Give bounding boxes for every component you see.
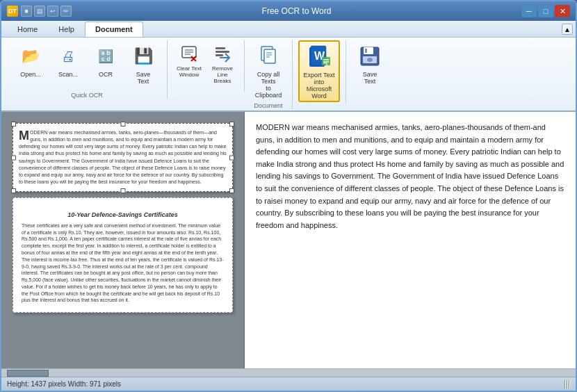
tb-btn-3[interactable]: ↩ [47, 6, 58, 17]
open-button[interactable]: 📂 Open... [13, 40, 49, 90]
tb-btn-4[interactable]: ✏ [60, 6, 72, 17]
open-icon: 📂 [18, 44, 43, 69]
svg-rect-7 [216, 51, 229, 53]
status-text: Height: 1437 pixels Width: 971 pixels [7, 380, 121, 388]
handle-tr [229, 122, 234, 126]
app-title: Free OCR to Word [72, 6, 521, 16]
export-word-button[interactable]: W Export Text intoMicrosoft Word [298, 40, 340, 102]
svg-rect-11 [264, 49, 275, 63]
document-buttons: Copy all Textsto Clipboard [250, 40, 286, 101]
status-bar: Height: 1437 pixels Width: 971 pixels [1, 377, 576, 391]
grip-line-2 [567, 380, 568, 389]
save2-buttons: SaveText [352, 40, 388, 90]
doc-page-2: 10-Year Defence-Savings Certificates The… [13, 197, 233, 313]
grip-line-3 [569, 380, 570, 389]
handle-tl [11, 122, 16, 126]
svg-rect-6 [216, 47, 225, 49]
ribbon: 📂 Open... 🖨 Scan... 🔡 OCR 💾 SaveText Qui… [1, 38, 576, 112]
ribbon-group-document: Copy all Textsto Clipboard Document [245, 40, 293, 109]
edit-buttons: Clear TextWindow RemoveLine Breaks [173, 40, 238, 90]
handle-tm [120, 122, 125, 126]
window-controls: ─ □ ✕ [521, 5, 570, 17]
grip-line-1 [564, 380, 566, 389]
tab-help[interactable]: Help [48, 22, 85, 37]
handle-ml [11, 155, 16, 160]
horizontal-scrollbar[interactable] [1, 368, 576, 377]
app-icon: DT [7, 6, 18, 17]
remove-breaks-label: RemoveLine Breaks [209, 65, 236, 84]
tb-btn-2[interactable]: ▤ [34, 6, 45, 17]
page2-title: 10-Year Defence-Savings Certificates [22, 211, 224, 220]
export-word-label: Export Text intoMicrosoft Word [301, 72, 337, 99]
ribbon-group-export: W Export Text intoMicrosoft Word [293, 40, 346, 104]
open-label: Open... [20, 71, 41, 78]
h-scroll-thumb[interactable] [7, 370, 49, 377]
page1-content: MODERN war means mechanised armies, tank… [19, 129, 227, 186]
copy-all-label: Copy all Textsto Clipboard [252, 71, 284, 99]
clear-text-label: Clear TextWindow [177, 65, 202, 78]
drop-cap: M [19, 129, 29, 142]
doc-page-1: MODERN war means mechanised armies, tank… [13, 123, 233, 192]
scan-label: Scan... [58, 71, 78, 78]
copy-all-icon [256, 44, 281, 69]
save-text2-button[interactable]: SaveText [352, 40, 388, 90]
save-text-button[interactable]: 💾 SaveText [125, 40, 161, 90]
resize-grip [564, 380, 570, 389]
ocr-button[interactable]: 🔡 OCR [88, 40, 124, 90]
export-buttons: W Export Text intoMicrosoft Word [298, 40, 340, 102]
export-word-icon: W [307, 44, 332, 70]
save-text2-label: SaveText [363, 71, 377, 85]
tab-home[interactable]: Home [7, 22, 48, 37]
ribbon-collapse-button[interactable]: ▲ [562, 24, 573, 35]
title-bar: DT ■ ▤ ↩ ✏ Free OCR to Word ─ □ ✕ [1, 1, 576, 21]
text-content: MODERN war means mechanised armies, tank… [256, 122, 564, 231]
scan-icon: 🖨 [56, 44, 81, 69]
close-button[interactable]: ✕ [555, 5, 570, 17]
page2-content: These certificates are a very safe and c… [22, 222, 224, 304]
quick-ocr-buttons: 📂 Open... 🖨 Scan... 🔡 OCR 💾 SaveText [13, 40, 161, 90]
handle-bm [120, 188, 125, 193]
tb-btn-1[interactable]: ■ [21, 6, 32, 17]
scan-button[interactable]: 🖨 Scan... [50, 40, 86, 90]
title-bar-quick-buttons: ■ ▤ ↩ ✏ [21, 6, 72, 17]
save-text2-icon [357, 44, 382, 69]
ribbon-group-edit: Clear TextWindow RemoveLine Breaks [168, 40, 245, 92]
handle-mr [229, 155, 234, 160]
minimize-button[interactable]: ─ [521, 5, 537, 17]
ocr-label: OCR [99, 71, 113, 78]
handle-br [229, 188, 234, 193]
svg-rect-8 [216, 54, 223, 56]
ribbon-tabs: Home Help Document ▲ [1, 21, 576, 38]
text-panel[interactable]: MODERN war means mechanised armies, tank… [245, 112, 576, 368]
ribbon-group-save2: SaveText [346, 40, 393, 92]
maximize-button[interactable]: □ [538, 5, 553, 17]
svg-rect-23 [365, 49, 367, 53]
ribbon-group-quick-ocr: 📂 Open... 🖨 Scan... 🔡 OCR 💾 SaveText Qui… [7, 40, 168, 99]
handle-bl [11, 188, 16, 193]
save-icon: 💾 [131, 44, 156, 69]
clear-text-icon [179, 44, 199, 63]
svg-point-25 [367, 58, 373, 62]
remove-breaks-button[interactable]: RemoveLine Breaks [206, 40, 238, 90]
document-group-label: Document [254, 102, 282, 109]
save-text-label: SaveText [136, 71, 151, 85]
title-bar-left: DT ■ ▤ ↩ ✏ [7, 6, 72, 17]
main-window: DT ■ ▤ ↩ ✏ Free OCR to Word ─ □ ✕ Home H… [0, 0, 577, 392]
tab-document[interactable]: Document [85, 22, 143, 37]
copy-all-button[interactable]: Copy all Textsto Clipboard [250, 40, 286, 101]
svg-rect-18 [322, 57, 330, 65]
main-area: MODERN war means mechanised armies, tank… [1, 112, 576, 368]
remove-breaks-icon [213, 44, 232, 63]
quick-ocr-group-label: Quick OCR [71, 92, 103, 99]
document-panel[interactable]: MODERN war means mechanised armies, tank… [1, 112, 245, 368]
clear-text-button[interactable]: Clear TextWindow [173, 40, 205, 90]
ocr-icon: 🔡 [93, 44, 118, 69]
